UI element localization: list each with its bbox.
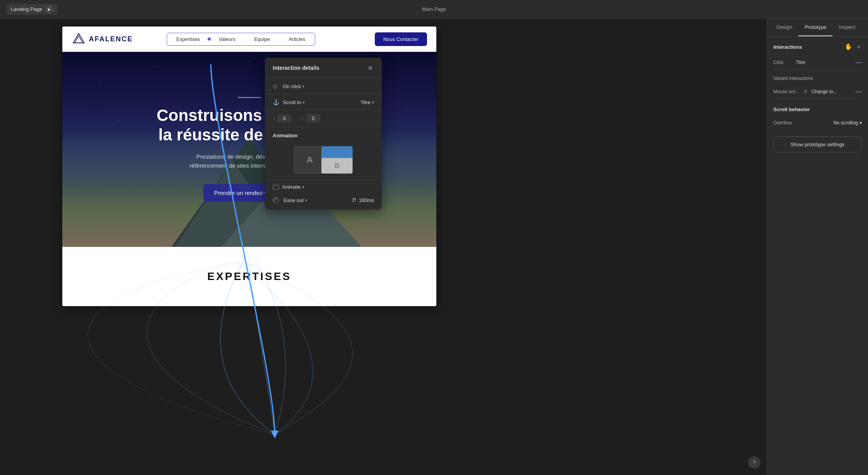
no-scrolling-chevron: ▾ xyxy=(859,120,862,126)
interactions-section-header: Interactions ✋ ＋ xyxy=(773,43,862,51)
tab-inspect[interactable]: Inspect xyxy=(833,19,861,36)
nav-link-articles[interactable]: Articles xyxy=(279,33,315,45)
tab-label: Landing Page xyxy=(11,6,42,12)
expertises-section: EXPERTISES xyxy=(62,247,436,306)
action-row[interactable]: ⚓ Scroll to ▾ Titre ▾ xyxy=(265,94,382,110)
animate-label: Animate ▾ xyxy=(282,184,304,190)
main-page-label: Main Page xyxy=(422,6,446,12)
offset-y-icon: ↔ xyxy=(299,116,304,121)
titre-action: Titre xyxy=(796,60,805,65)
tab-design[interactable]: Design xyxy=(770,19,798,36)
expertises-title: EXPERTISES xyxy=(78,270,421,283)
duration-icon: ⏱ xyxy=(351,197,356,203)
animate-icon xyxy=(273,185,279,190)
mouse-enter-trigger: Mouse ent... xyxy=(773,89,799,94)
overflow-label: Overflow xyxy=(773,120,792,126)
play-button[interactable]: ▶ xyxy=(45,5,53,13)
anim-card-b-top xyxy=(321,146,353,158)
svg-marker-0 xyxy=(73,34,84,43)
site-nav: AFALENCE Expertises Valeurs Equipe Artic… xyxy=(62,27,436,52)
ease-label: Ease out ▾ xyxy=(284,197,307,203)
animation-header: Animation xyxy=(265,127,382,142)
nav-cta-button[interactable]: Nous Contacter xyxy=(375,32,427,46)
offset-y-value: 0 xyxy=(306,114,320,123)
logo-area: AFALENCE xyxy=(72,32,133,46)
close-button[interactable]: ✕ xyxy=(366,64,374,72)
show-prototype-settings-button[interactable]: Show prototype settings xyxy=(773,136,862,152)
scroll-behavior-section: Scroll behavior Overflow No scrolling ▾ xyxy=(773,106,862,129)
target-chevron: ▾ xyxy=(372,100,374,105)
section-actions: ✋ ＋ xyxy=(845,43,862,51)
offset-x-icon: ↕ xyxy=(273,116,275,121)
target-value[interactable]: Titre ▾ xyxy=(360,99,374,105)
trigger-icon: ◎ xyxy=(273,83,279,89)
interaction-item-click[interactable]: Click Titre — xyxy=(773,56,862,69)
duration-value: 180ms xyxy=(359,197,374,203)
interactions-title: Interactions xyxy=(773,44,802,50)
panel-tabs: Design Prototype Inspect xyxy=(767,19,868,37)
logo-icon xyxy=(72,32,86,46)
ease-row[interactable]: Ease out ▾ ⏱ 180ms xyxy=(265,194,382,209)
remove-interaction-icon[interactable]: — xyxy=(856,59,862,66)
help-button[interactable]: ? xyxy=(748,456,760,469)
nav-links: Expertises Valeurs Equipe Articles xyxy=(167,33,315,46)
offset-x-value: 0 xyxy=(277,114,291,123)
logo-text: AFALENCE xyxy=(89,35,133,43)
nav-link-expertises[interactable]: Expertises xyxy=(167,33,210,45)
hero-divider xyxy=(238,97,261,98)
interaction-panel: Interaction details ✕ ◎ On click ▾ ⚓ Scr… xyxy=(265,58,382,209)
remove-variant-icon[interactable]: — xyxy=(856,88,862,95)
anim-card-b-bottom: B xyxy=(321,158,353,174)
trigger-chevron: ▾ xyxy=(302,84,304,89)
offset-y-field[interactable]: ↔ 0 xyxy=(299,114,320,123)
play-icon: ▶ xyxy=(48,7,51,11)
variant-section: Variant interactions Mouse ent... ↺ Chan… xyxy=(773,76,862,99)
offset-row: ↕ 0 ↔ 0 xyxy=(265,110,382,127)
ease-chevron: ▾ xyxy=(305,198,307,202)
animation-preview: A B xyxy=(265,142,382,180)
main-layout: AFALENCE Expertises Valeurs Equipe Artic… xyxy=(0,19,868,475)
panel-content: Interactions ✋ ＋ Click Titre — Variant i… xyxy=(767,37,868,475)
nav-dot xyxy=(208,37,211,41)
add-interaction-icon[interactable]: ＋ xyxy=(856,43,862,51)
canvas-area: AFALENCE Expertises Valeurs Equipe Artic… xyxy=(0,19,767,475)
panel-header: Interaction details ✕ xyxy=(265,58,382,78)
nav-link-valeurs[interactable]: Valeurs xyxy=(209,33,245,45)
variant-left: Mouse ent... ↺ Change to... xyxy=(773,89,837,95)
panel-title: Interaction details xyxy=(273,65,319,71)
ease-curve-icon xyxy=(273,197,279,203)
animate-chevron: ▾ xyxy=(302,185,304,189)
variant-title: Variant interactions xyxy=(773,76,862,81)
trigger-label: On click ▾ xyxy=(283,83,304,89)
scroll-section-header: Scroll behavior xyxy=(773,106,862,112)
change-to-icon: ↺ xyxy=(802,89,808,95)
click-trigger: Click xyxy=(773,60,793,65)
top-bar: Landing Page ▶ Main Page xyxy=(0,0,868,19)
no-scrolling-value[interactable]: No scrolling ▾ xyxy=(833,120,862,126)
offset-x-field[interactable]: ↕ 0 xyxy=(273,114,291,123)
svg-marker-1 xyxy=(75,36,83,43)
scroll-behavior-title: Scroll behavior xyxy=(773,106,810,112)
current-page-tab[interactable]: Landing Page ▶ xyxy=(6,4,58,15)
anim-card-b: B xyxy=(321,146,353,174)
scroll-to-icon: ⚓ xyxy=(273,99,279,105)
hand-icon[interactable]: ✋ xyxy=(845,43,852,51)
animate-row[interactable]: Animate ▾ xyxy=(265,180,382,194)
duration-field[interactable]: ⏱ 180ms xyxy=(351,197,374,203)
overflow-row[interactable]: Overflow No scrolling ▾ xyxy=(773,117,862,129)
interaction-left: Click Titre xyxy=(773,60,805,65)
trigger-row[interactable]: ◎ On click ▾ xyxy=(265,78,382,94)
variant-item-mouse-enter[interactable]: Mouse ent... ↺ Change to... — xyxy=(773,85,862,99)
scroll-to-chevron: ▾ xyxy=(303,100,305,105)
anim-card-a: A xyxy=(294,146,325,174)
change-to-action: Change to... xyxy=(812,89,837,94)
nav-link-equipe[interactable]: Equipe xyxy=(245,33,279,45)
tab-prototype[interactable]: Prototype xyxy=(798,19,833,36)
scroll-to-label: Scroll to ▾ xyxy=(283,99,305,105)
right-panel: Design Prototype Inspect Interactions ✋ … xyxy=(767,19,868,475)
